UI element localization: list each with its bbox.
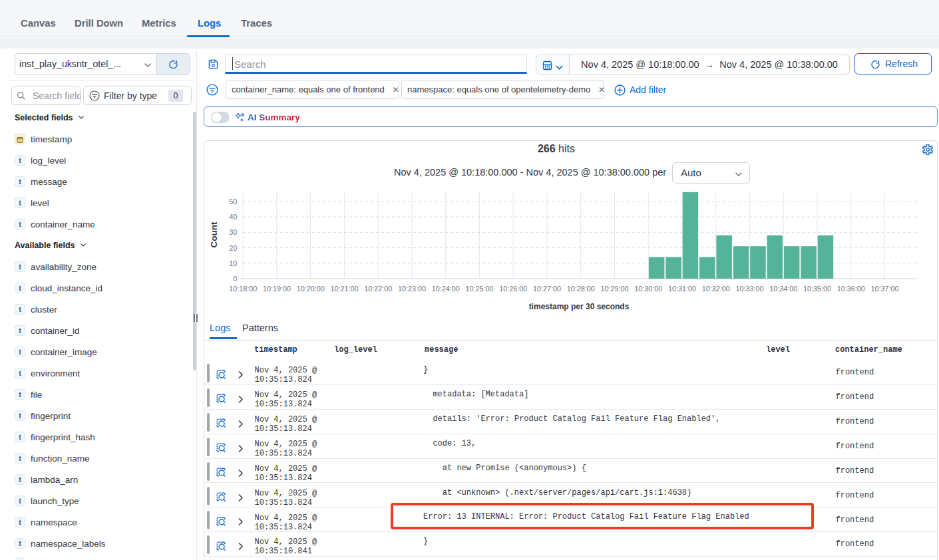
svg-text:10:37:00: 10:37:00 (870, 285, 898, 293)
svg-text:40: 40 (229, 213, 237, 221)
svg-text:10:29:00: 10:29:00 (600, 285, 628, 293)
svg-text:10:22:00: 10:22:00 (364, 285, 392, 293)
svg-text:10: 10 (229, 259, 237, 267)
svg-text:50: 50 (229, 198, 237, 206)
svg-text:10:30:00: 10:30:00 (634, 285, 662, 293)
svg-text:10:32:00: 10:32:00 (702, 285, 730, 293)
svg-text:0: 0 (233, 275, 237, 283)
svg-text:10:18:00: 10:18:00 (229, 285, 257, 293)
svg-text:10:21:00: 10:21:00 (330, 285, 358, 293)
svg-text:10:34:00: 10:34:00 (769, 285, 797, 293)
svg-text:10:20:00: 10:20:00 (297, 285, 325, 293)
svg-text:10:23:00: 10:23:00 (398, 285, 426, 293)
svg-text:10:28:00: 10:28:00 (567, 285, 595, 293)
svg-text:10:33:00: 10:33:00 (735, 285, 763, 293)
svg-text:10:26:00: 10:26:00 (499, 285, 527, 293)
svg-text:10:19:00: 10:19:00 (263, 285, 291, 293)
svg-text:10:24:00: 10:24:00 (432, 285, 460, 293)
svg-text:10:35:00: 10:35:00 (803, 285, 831, 293)
svg-text:10:31:00: 10:31:00 (668, 285, 696, 293)
svg-text:30: 30 (229, 228, 237, 236)
svg-text:Count: Count (209, 221, 219, 247)
svg-text:10:36:00: 10:36:00 (837, 285, 865, 293)
svg-text:20: 20 (229, 244, 237, 252)
svg-text:10:27:00: 10:27:00 (533, 285, 561, 293)
svg-text:10:25:00: 10:25:00 (465, 285, 493, 293)
svg-text:timestamp per 30 seconds: timestamp per 30 seconds (529, 302, 630, 311)
